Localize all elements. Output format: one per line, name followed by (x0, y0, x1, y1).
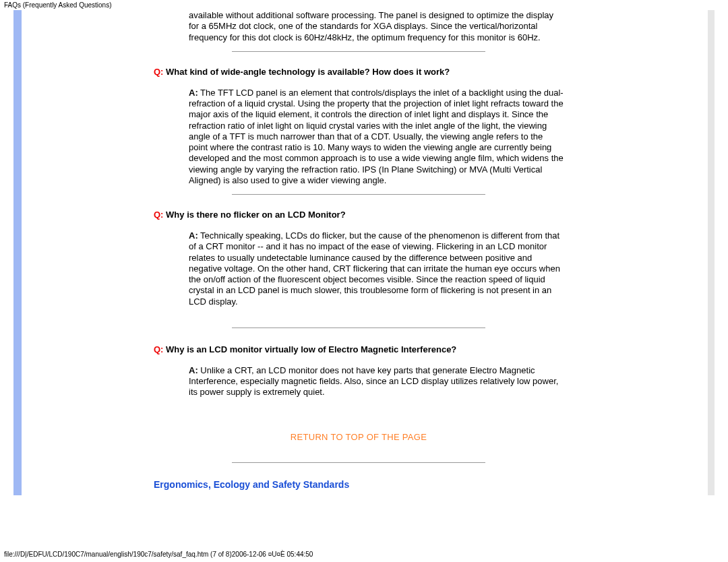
q-text: Why is there no flicker on an LCD Monito… (166, 210, 346, 220)
a-text: Unlike a CRT, an LCD monitor does not ha… (189, 365, 558, 398)
q-label: Q: (154, 344, 163, 354)
faq-question-3: Q: Why is an LCD monitor virtually low o… (154, 344, 564, 354)
a-label: A: (189, 365, 198, 375)
q-text: Why is an LCD monitor virtually low of E… (166, 344, 456, 354)
main-layout: available without additional software pr… (0, 10, 728, 495)
footer-file-path: file:///D|/EDFU/LCD/190C7/manual/english… (0, 549, 317, 559)
divider (232, 51, 486, 52)
a-text: The TFT LCD panel is an element that con… (189, 88, 564, 185)
intro-answer-text: available without additional software pr… (154, 10, 564, 43)
left-accent-bar (13, 10, 22, 495)
left-margin (26, 10, 154, 495)
faq-answer-2: A: Technically speaking, LCDs do flicker… (154, 230, 564, 307)
a-label: A: (189, 88, 198, 98)
right-margin (586, 10, 708, 495)
right-grey-strip (708, 10, 715, 495)
divider (232, 194, 486, 195)
section-heading-ergonomics: Ergonomics, Ecology and Safety Standards (154, 479, 564, 490)
return-to-top-link[interactable]: RETURN TO TOP OF THE PAGE (154, 432, 564, 442)
q-text: What kind of wide-angle technology is av… (166, 67, 450, 77)
faq-question-2: Q: Why is there no flicker on an LCD Mon… (154, 210, 564, 220)
divider (232, 462, 486, 463)
faq-answer-3: A: Unlike a CRT, an LCD monitor does not… (154, 365, 564, 398)
a-text: Technically speaking, LCDs do flicker, b… (189, 230, 560, 307)
faq-answer-1: A: The TFT LCD panel is an element that … (154, 88, 564, 186)
q-label: Q: (154, 67, 163, 77)
page-header-title: FAQs (Frequently Asked Questions) (0, 0, 728, 10)
faq-question-1: Q: What kind of wide-angle technology is… (154, 67, 564, 77)
content-column: available without additional software pr… (154, 10, 586, 495)
a-label: A: (189, 230, 198, 241)
divider (232, 327, 486, 328)
q-label: Q: (154, 210, 163, 220)
